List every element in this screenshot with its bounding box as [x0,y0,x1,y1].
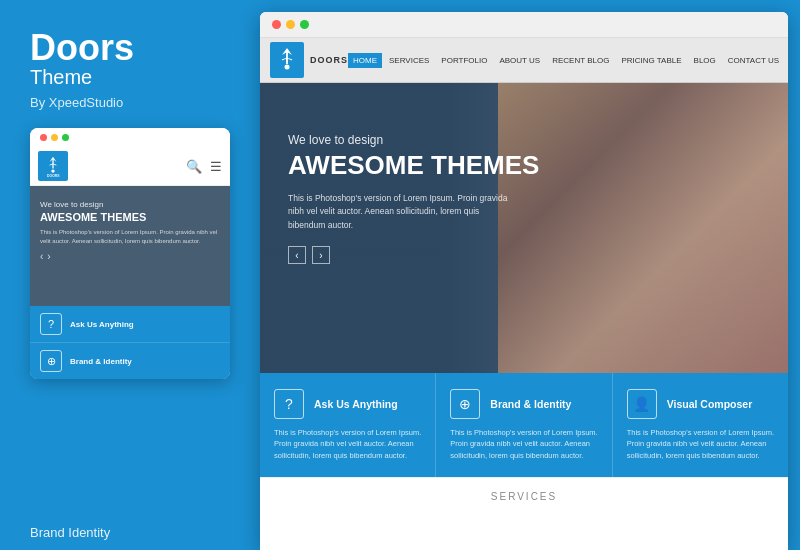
card-brand-title: Brand & Identity [490,398,571,410]
mobile-hero-text: This is Photoshop's version of Lorem Ips… [40,228,220,245]
hero-next-arrow[interactable]: › [312,246,330,264]
search-icon[interactable]: 🔍 [186,159,202,174]
mobile-card-brand: ⊕ Brand & Identity [30,343,230,379]
hero-prev-arrow[interactable]: ‹ [288,246,306,264]
brand-by: By XpeedStudio [30,95,228,110]
nav-blog[interactable]: RECENT BLOG [547,53,614,68]
card-brand-header: ⊕ Brand & Identity [450,389,597,419]
card-visual-icon: 👤 [627,389,657,419]
browser-card-brand: ⊕ Brand & Identity This is Photoshop's v… [436,373,612,477]
nav-pricing[interactable]: PRICING TABLE [616,53,686,68]
bottom-label: Brand Identity [30,525,110,540]
browser-nav-bar: DOORS HOME SERVICES PORTFOLIO ABOUT US R… [260,38,788,83]
mobile-mockup: DOORS 🔍 ☰ We love to design awesome THEM… [30,128,230,379]
browser-card-ask: ? Ask Us Anything This is Photoshop's ve… [260,373,436,477]
right-panel: DOORS HOME SERVICES PORTFOLIO ABOUT US R… [248,0,800,550]
mobile-nav: DOORS 🔍 ☰ [30,147,230,186]
brand-icon: ⊕ [40,350,62,372]
nav-contact[interactable]: CONTACT US [723,53,784,68]
mobile-hero-content: We love to design awesome THEMES This is… [40,200,220,262]
browser-chrome [260,12,788,38]
browser-dot-green [300,20,309,29]
browser-services: SERVICES [260,477,788,512]
menu-icon[interactable]: ☰ [210,159,222,174]
svg-text:DOORS: DOORS [47,174,60,177]
svg-point-2 [285,65,290,70]
dot-yellow [51,134,58,141]
card-brand-text: This is Photoshop's version of Lorem Ips… [450,427,597,461]
browser-logo-box [270,42,304,78]
mobile-card-ask: ? Ask Us Anything [30,306,230,343]
mobile-card-ask-label: Ask Us Anything [70,320,134,329]
services-label: SERVICES [491,491,557,502]
browser-dot-red [272,20,281,29]
card-visual-text: This is Photoshop's version of Lorem Ips… [627,427,774,461]
hero-desc: This is Photoshop's version of Lorem Ips… [288,192,508,233]
ask-icon: ? [40,313,62,335]
browser-logo-area: DOORS [270,42,348,78]
hero-sub-text: We love to design [288,133,760,147]
hero-nav-arrows[interactable]: ‹ › [288,246,760,264]
nav-portfolio[interactable]: PORTFOLIO [436,53,492,68]
card-ask-header: ? Ask Us Anything [274,389,421,419]
browser-card-visual: 👤 Visual Composer This is Photoshop's ve… [613,373,788,477]
nav-services[interactable]: SERVICES [384,53,434,68]
card-ask-text: This is Photoshop's version of Lorem Ips… [274,427,421,461]
nav-home[interactable]: HOME [348,53,382,68]
browser-menu[interactable]: HOME SERVICES PORTFOLIO ABOUT US RECENT … [348,53,788,68]
left-panel: Doors Theme By XpeedStudio DOORS 🔍 [0,0,248,550]
mobile-hero-sub: We love to design [40,200,220,209]
browser-cards: ? Ask Us Anything This is Photoshop's ve… [260,373,788,477]
dot-red [40,134,47,141]
mobile-top-bar [30,128,230,147]
prev-arrow-icon[interactable]: ‹ [40,251,43,262]
card-brand-icon: ⊕ [450,389,480,419]
nav-blog2[interactable]: BLOG [689,53,721,68]
brand-name: Doors [30,30,228,66]
mobile-cards: ? Ask Us Anything ⊕ Brand & Identity [30,306,230,379]
mobile-nav-icons[interactable]: 🔍 ☰ [186,159,222,174]
mobile-logo: DOORS [38,151,68,181]
card-visual-header: 👤 Visual Composer [627,389,774,419]
browser-dot-yellow [286,20,295,29]
card-visual-title: Visual Composer [667,398,753,410]
hero-content: We love to design awesome THEMES This is… [260,83,788,284]
browser-window: DOORS HOME SERVICES PORTFOLIO ABOUT US R… [260,12,788,550]
mobile-hero-arrows: ‹ › [40,251,220,262]
svg-point-0 [51,169,54,172]
card-ask-title: Ask Us Anything [314,398,398,410]
mobile-card-brand-label: Brand & Identity [70,357,132,366]
browser-hero: We love to design awesome THEMES This is… [260,83,788,373]
browser-logo-text: DOORS [310,56,348,65]
hero-main-title: awesome THEMES [288,151,760,180]
brand-subtitle: Theme [30,66,228,89]
mobile-hero-title: awesome THEMES [40,211,220,224]
next-arrow-icon[interactable]: › [47,251,50,262]
card-ask-icon: ? [274,389,304,419]
dot-green [62,134,69,141]
mobile-hero: We love to design awesome THEMES This is… [30,186,230,306]
nav-about[interactable]: ABOUT US [494,53,545,68]
